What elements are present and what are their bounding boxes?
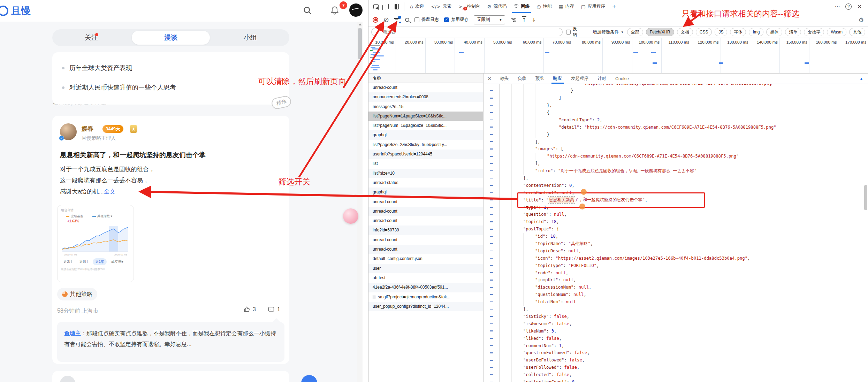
range-button[interactable]: 近6月: [77, 258, 91, 265]
timeline-request-dash[interactable]: [651, 52, 656, 53]
help-icon[interactable]: ?: [845, 3, 852, 10]
fold-marker[interactable]: [484, 105, 500, 106]
request-row[interactable]: 41ea2f2a-436f-4e9f-88f4-00503adf591...: [368, 283, 483, 292]
detail-tab-Cookie[interactable]: Cookie: [611, 74, 633, 84]
request-row[interactable]: sa.gif?project=qiemanproduction&tok...: [368, 292, 483, 302]
chip-JS[interactable]: JS: [715, 28, 727, 36]
devtools-tab-网络[interactable]: 网络: [510, 0, 533, 13]
fold-marker[interactable]: [484, 229, 500, 230]
request-row[interactable]: list: [368, 159, 483, 168]
author-avatar[interactable]: ✓: [60, 123, 77, 140]
fold-marker[interactable]: [484, 98, 500, 99]
scrollbar-up-arrow[interactable]: [359, 23, 361, 25]
fold-marker[interactable]: [484, 272, 500, 273]
timeline-request-dash[interactable]: [459, 52, 464, 53]
devtools-tab-应用程序[interactable]: ▢应用程序: [578, 0, 609, 13]
range-button[interactable]: 成立来▾: [109, 258, 126, 265]
settings-gear-icon[interactable]: ⚙: [859, 16, 864, 23]
fold-marker[interactable]: [484, 214, 500, 215]
fold-marker[interactable]: [484, 309, 500, 310]
request-row[interactable]: user_popup_configs?distinct_id=12044...: [368, 302, 483, 311]
chip-媒体[interactable]: 媒体: [766, 28, 782, 36]
chip-全部[interactable]: 全部: [627, 28, 643, 36]
fold-marker[interactable]: [484, 345, 500, 346]
fold-marker[interactable]: [484, 236, 500, 237]
chip-Wasm[interactable]: Wasm: [827, 28, 846, 36]
request-row[interactable]: graphql: [368, 188, 483, 197]
user-avatar[interactable]: [349, 3, 363, 17]
mascot-feedback-fab[interactable]: [343, 208, 358, 224]
network-timeline-overview[interactable]: 10,000 ms20,000 ms30,000 ms40,000 ms50,0…: [368, 38, 868, 74]
fold-marker[interactable]: [484, 316, 500, 317]
request-row[interactable]: default_config.content.json: [368, 254, 483, 263]
fold-marker[interactable]: [484, 127, 500, 128]
tab-漫谈[interactable]: 漫谈: [132, 31, 210, 45]
fold-marker[interactable]: [484, 352, 500, 353]
detail-tab-预览[interactable]: 预览: [531, 74, 549, 84]
comment-author[interactable]: 鱼塘主: [64, 330, 81, 336]
fold-marker[interactable]: [484, 134, 500, 135]
notifications-bell-icon[interactable]: [330, 6, 340, 15]
request-row[interactable]: list?pageNum=1&pageSize=10&isStic...: [368, 112, 483, 121]
add-tab-button[interactable]: +: [609, 0, 620, 13]
add-filter-condition-dropdown[interactable]: 增加筛选条件▼: [593, 29, 624, 35]
portfolio-chart-card[interactable]: 组合详情 业绩基准其他指数 ▾ +1.63% 2025-07-082026-01…: [57, 205, 134, 282]
request-row[interactable]: info?id=60739: [368, 226, 483, 235]
focus-mode-icon[interactable]: [392, 2, 401, 11]
timeline-request-dash[interactable]: [805, 62, 809, 64]
fold-marker[interactable]: [484, 112, 500, 113]
digest-item[interactable]: 对近期人民币快速升值的一些个人思考: [62, 81, 280, 94]
fold-marker[interactable]: [484, 323, 500, 324]
detail-tab-响应[interactable]: 响应: [549, 74, 566, 84]
fold-marker[interactable]: [484, 148, 500, 150]
timeline-request-dash[interactable]: [545, 52, 549, 53]
filter-input[interactable]: 筛选器: [371, 28, 563, 36]
clear-network-log-icon[interactable]: ⊘: [383, 16, 389, 23]
fold-marker[interactable]: [484, 170, 500, 171]
fold-marker[interactable]: [484, 251, 500, 252]
devtools-tab-源代码[interactable]: ⚙源代码: [484, 0, 510, 13]
fold-marker[interactable]: [484, 192, 500, 193]
chip-Fetch/XHR[interactable]: Fetch/XHR: [646, 28, 674, 36]
chip-清单[interactable]: 清单: [785, 28, 801, 36]
request-row[interactable]: list?pageNum=1&pageSize=10&isStic...: [368, 121, 483, 130]
devtools-tab-欢迎[interactable]: ⌂欢迎: [406, 0, 427, 13]
response-scrollbar-thumb[interactable]: [864, 185, 867, 210]
request-row[interactable]: graphql: [368, 130, 483, 140]
request-row[interactable]: unread-count: [368, 216, 483, 226]
response-scrollbar[interactable]: [864, 105, 867, 382]
filter-toggle-icon[interactable]: [394, 17, 400, 22]
request-row[interactable]: unread-count: [368, 207, 483, 216]
page-scrollbar[interactable]: [357, 22, 363, 382]
import-har-icon[interactable]: ↑: [522, 17, 526, 23]
text-selection-handle-top[interactable]: [581, 189, 587, 195]
devtools-tab-控制台[interactable]: >_✕控制台: [455, 0, 484, 13]
fold-marker[interactable]: [484, 207, 500, 208]
fold-marker[interactable]: [484, 265, 500, 266]
post-title[interactable]: 息息相关新高了，和一起爬坑坚持的息友们击个掌: [60, 151, 280, 160]
request-row[interactable]: list?pageSize=2&isSticky=true&postTy...: [368, 140, 483, 150]
request-list-header[interactable]: 名称: [368, 74, 483, 83]
detail-tab-负载[interactable]: 负载: [513, 74, 531, 84]
next-post-card[interactable]: [52, 371, 289, 382]
request-row[interactable]: list?size=10: [368, 169, 483, 178]
request-row[interactable]: ab-test: [368, 273, 483, 283]
preserve-log-checkbox[interactable]: 保留日志: [414, 17, 439, 23]
more-options-icon[interactable]: ⋯: [835, 3, 840, 10]
floating-action-button[interactable]: [301, 375, 317, 382]
response-json-view[interactable]: "https://cdn-community.qieman.com/C6CF68…: [484, 84, 868, 382]
tab-关注[interactable]: 关注: [52, 29, 130, 46]
fold-marker[interactable]: [484, 243, 500, 244]
fold-marker[interactable]: [484, 141, 500, 142]
disable-cache-checkbox[interactable]: ✓禁用缓存: [444, 17, 469, 23]
fold-marker[interactable]: [484, 374, 500, 375]
full-text-link[interactable]: 全文: [104, 188, 116, 195]
request-row[interactable]: announcements?broker=0008: [368, 92, 483, 102]
network-conditions-icon[interactable]: [510, 17, 517, 22]
throttling-dropdown[interactable]: 无限制▼: [474, 15, 505, 24]
fold-marker[interactable]: [484, 280, 500, 281]
fold-marker[interactable]: [484, 287, 500, 288]
fold-marker[interactable]: [484, 163, 500, 164]
scroll-hint-arrow-icon[interactable]: ▲: [860, 77, 863, 81]
fold-marker[interactable]: [484, 199, 500, 200]
